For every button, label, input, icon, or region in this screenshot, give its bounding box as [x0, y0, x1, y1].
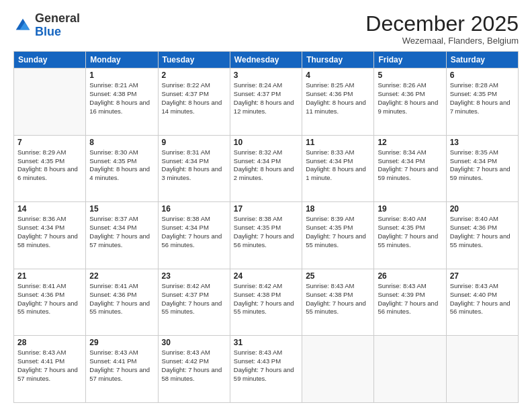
calendar-cell: 12Sunrise: 8:34 AMSunset: 4:34 PMDayligh… — [374, 135, 446, 202]
calendar-cell: 8Sunrise: 8:30 AMSunset: 4:35 PMDaylight… — [86, 135, 158, 202]
day-number: 11 — [306, 138, 370, 147]
day-info: Sunrise: 8:30 AMSunset: 4:35 PMDaylight:… — [89, 148, 154, 183]
logo: General Blue — [13, 12, 80, 39]
day-number: 6 — [450, 71, 515, 80]
logo-blue: Blue — [35, 25, 61, 38]
calendar-cell: 30Sunrise: 8:43 AMSunset: 4:42 PMDayligh… — [158, 336, 230, 403]
calendar-cell: 13Sunrise: 8:35 AMSunset: 4:34 PMDayligh… — [446, 135, 518, 202]
day-info: Sunrise: 8:43 AMSunset: 4:43 PMDaylight:… — [234, 349, 298, 383]
day-info: Sunrise: 8:24 AMSunset: 4:37 PMDaylight:… — [234, 81, 298, 116]
calendar-cell — [14, 68, 86, 136]
day-number: 10 — [234, 138, 298, 147]
day-info: Sunrise: 8:40 AMSunset: 4:35 PMDaylight:… — [378, 215, 442, 249]
day-info: Sunrise: 8:43 AMSunset: 4:38 PMDaylight:… — [306, 282, 370, 316]
calendar-cell: 6Sunrise: 8:28 AMSunset: 4:35 PMDaylight… — [446, 68, 518, 136]
day-number: 14 — [17, 204, 82, 214]
day-number: 30 — [162, 338, 226, 347]
day-info: Sunrise: 8:43 AMSunset: 4:41 PMDaylight:… — [89, 349, 154, 383]
day-number: 7 — [17, 138, 82, 147]
day-number: 2 — [162, 71, 226, 80]
day-info: Sunrise: 8:41 AMSunset: 4:36 PMDaylight:… — [89, 282, 154, 316]
weekday-header-friday: Friday — [374, 52, 446, 68]
day-number: 4 — [306, 71, 370, 80]
calendar-cell: 29Sunrise: 8:43 AMSunset: 4:41 PMDayligh… — [86, 336, 158, 403]
calendar-cell — [374, 336, 446, 403]
calendar-cell: 4Sunrise: 8:25 AMSunset: 4:36 PMDaylight… — [302, 68, 374, 136]
day-info: Sunrise: 8:43 AMSunset: 4:40 PMDaylight:… — [450, 282, 515, 316]
calendar-cell: 21Sunrise: 8:41 AMSunset: 4:36 PMDayligh… — [14, 269, 86, 336]
calendar-cell: 27Sunrise: 8:43 AMSunset: 4:40 PMDayligh… — [446, 269, 518, 336]
weekday-header-monday: Monday — [86, 52, 158, 68]
day-info: Sunrise: 8:37 AMSunset: 4:34 PMDaylight:… — [89, 215, 154, 249]
day-number: 13 — [450, 138, 515, 147]
calendar-cell: 20Sunrise: 8:40 AMSunset: 4:36 PMDayligh… — [446, 202, 518, 269]
month-title: December 2025 — [365, 12, 519, 36]
calendar-cell: 11Sunrise: 8:33 AMSunset: 4:34 PMDayligh… — [302, 135, 374, 202]
day-number: 12 — [378, 138, 442, 147]
calendar-cell: 16Sunrise: 8:38 AMSunset: 4:34 PMDayligh… — [158, 202, 230, 269]
day-number: 23 — [162, 271, 226, 281]
calendar: SundayMondayTuesdayWednesdayThursdayFrid… — [13, 51, 519, 403]
day-number: 28 — [17, 338, 82, 347]
day-info: Sunrise: 8:31 AMSunset: 4:34 PMDaylight:… — [162, 148, 226, 183]
weekday-header-saturday: Saturday — [446, 52, 518, 68]
day-info: Sunrise: 8:28 AMSunset: 4:35 PMDaylight:… — [450, 81, 515, 116]
day-number: 1 — [89, 71, 154, 80]
day-info: Sunrise: 8:33 AMSunset: 4:34 PMDaylight:… — [306, 148, 370, 183]
day-info: Sunrise: 8:35 AMSunset: 4:34 PMDaylight:… — [450, 148, 515, 183]
day-info: Sunrise: 8:29 AMSunset: 4:35 PMDaylight:… — [17, 148, 82, 183]
day-info: Sunrise: 8:32 AMSunset: 4:34 PMDaylight:… — [234, 148, 298, 183]
day-info: Sunrise: 8:42 AMSunset: 4:38 PMDaylight:… — [234, 282, 298, 316]
calendar-cell: 25Sunrise: 8:43 AMSunset: 4:38 PMDayligh… — [302, 269, 374, 336]
day-number: 25 — [306, 271, 370, 281]
location: Wezemaal, Flanders, Belgium — [365, 36, 519, 46]
day-number: 21 — [17, 271, 82, 281]
day-number: 24 — [234, 271, 298, 281]
calendar-cell: 2Sunrise: 8:22 AMSunset: 4:37 PMDaylight… — [158, 68, 230, 136]
weekday-header-sunday: Sunday — [14, 52, 86, 68]
calendar-cell: 3Sunrise: 8:24 AMSunset: 4:37 PMDaylight… — [230, 68, 302, 136]
calendar-cell: 7Sunrise: 8:29 AMSunset: 4:35 PMDaylight… — [14, 135, 86, 202]
calendar-cell — [302, 336, 374, 403]
day-info: Sunrise: 8:38 AMSunset: 4:34 PMDaylight:… — [162, 215, 226, 249]
day-info: Sunrise: 8:38 AMSunset: 4:35 PMDaylight:… — [234, 215, 298, 249]
header: General Blue December 2025 Wezemaal, Fla… — [13, 12, 519, 46]
calendar-cell: 17Sunrise: 8:38 AMSunset: 4:35 PMDayligh… — [230, 202, 302, 269]
day-number: 26 — [378, 271, 442, 281]
weekday-header-thursday: Thursday — [302, 52, 374, 68]
day-info: Sunrise: 8:21 AMSunset: 4:38 PMDaylight:… — [89, 81, 154, 116]
day-info: Sunrise: 8:36 AMSunset: 4:34 PMDaylight:… — [17, 215, 82, 249]
calendar-cell: 23Sunrise: 8:42 AMSunset: 4:37 PMDayligh… — [158, 269, 230, 336]
calendar-cell: 1Sunrise: 8:21 AMSunset: 4:38 PMDaylight… — [86, 68, 158, 136]
day-number: 29 — [89, 338, 154, 347]
day-number: 16 — [162, 204, 226, 214]
day-info: Sunrise: 8:25 AMSunset: 4:36 PMDaylight:… — [306, 81, 370, 116]
day-number: 15 — [89, 204, 154, 214]
calendar-cell: 15Sunrise: 8:37 AMSunset: 4:34 PMDayligh… — [86, 202, 158, 269]
day-info: Sunrise: 8:22 AMSunset: 4:37 PMDaylight:… — [162, 81, 226, 116]
day-number: 19 — [378, 204, 442, 214]
day-info: Sunrise: 8:43 AMSunset: 4:42 PMDaylight:… — [162, 349, 226, 383]
calendar-cell: 28Sunrise: 8:43 AMSunset: 4:41 PMDayligh… — [14, 336, 86, 403]
calendar-cell: 18Sunrise: 8:39 AMSunset: 4:35 PMDayligh… — [302, 202, 374, 269]
day-number: 9 — [162, 138, 226, 147]
calendar-cell: 5Sunrise: 8:26 AMSunset: 4:36 PMDaylight… — [374, 68, 446, 136]
day-info: Sunrise: 8:39 AMSunset: 4:35 PMDaylight:… — [306, 215, 370, 249]
calendar-cell: 24Sunrise: 8:42 AMSunset: 4:38 PMDayligh… — [230, 269, 302, 336]
day-number: 31 — [234, 338, 298, 347]
day-number: 22 — [89, 271, 154, 281]
day-info: Sunrise: 8:26 AMSunset: 4:36 PMDaylight:… — [378, 81, 442, 116]
day-number: 8 — [89, 138, 154, 147]
day-info: Sunrise: 8:43 AMSunset: 4:41 PMDaylight:… — [17, 349, 82, 383]
page: General Blue December 2025 Wezemaal, Fla… — [0, 0, 532, 411]
calendar-cell: 10Sunrise: 8:32 AMSunset: 4:34 PMDayligh… — [230, 135, 302, 202]
day-info: Sunrise: 8:41 AMSunset: 4:36 PMDaylight:… — [17, 282, 82, 316]
weekday-header-wednesday: Wednesday — [230, 52, 302, 68]
calendar-cell: 22Sunrise: 8:41 AMSunset: 4:36 PMDayligh… — [86, 269, 158, 336]
day-info: Sunrise: 8:40 AMSunset: 4:36 PMDaylight:… — [450, 215, 515, 249]
day-number: 27 — [450, 271, 515, 281]
day-number: 17 — [234, 204, 298, 214]
day-number: 20 — [450, 204, 515, 214]
logo-general: General — [35, 11, 80, 25]
day-info: Sunrise: 8:42 AMSunset: 4:37 PMDaylight:… — [162, 282, 226, 316]
